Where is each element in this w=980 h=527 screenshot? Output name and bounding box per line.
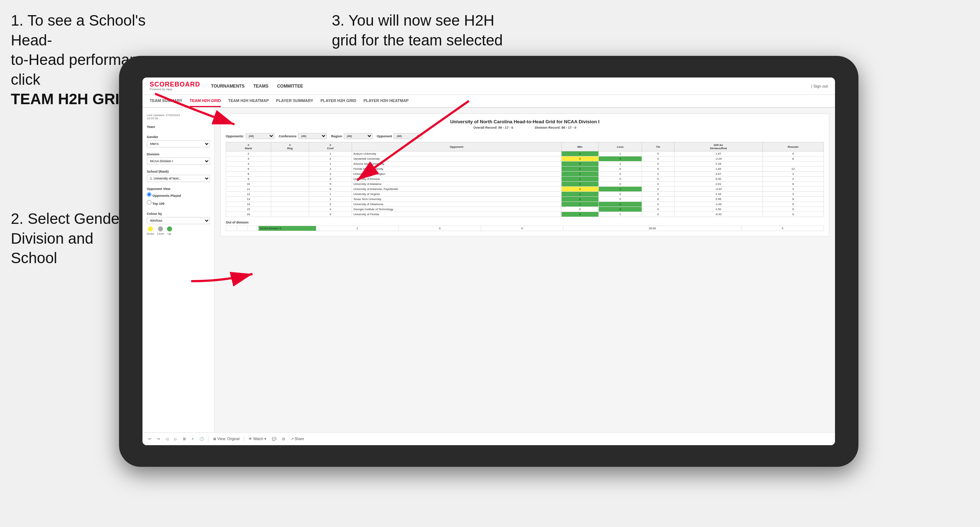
nav-committee[interactable]: COMMITTEE: [277, 84, 303, 89]
cell-opponent: Florida State University: [352, 167, 561, 171]
cell-opponent: Auburn University: [352, 151, 561, 156]
filter-opponents: Opponents: (All): [226, 133, 275, 139]
out-div-tie: 0: [481, 226, 563, 231]
division-label: Division: [147, 152, 210, 156]
cell-rounds: 8: [762, 156, 824, 162]
logo: SCOREBOARD Powered by clippi: [150, 81, 200, 91]
region-select[interactable]: (All): [344, 133, 372, 139]
comment-btn[interactable]: 💬: [270, 436, 278, 441]
cell-opponent: University of Virginia: [352, 192, 561, 197]
cell-tie: 0: [642, 202, 674, 207]
filter-region: Region (All): [331, 133, 372, 139]
cell-loss: 0: [598, 177, 642, 182]
nav-items: TOURNAMENTS TEAMS COMMITTEE: [211, 84, 800, 89]
redo-btn[interactable]: ↪: [156, 436, 161, 441]
cell-rounds: 3: [762, 192, 824, 197]
out-of-division-table: NCAA Division II 1 0 0 26.00 3: [226, 225, 824, 231]
cell-rounds: 9: [762, 202, 824, 207]
cell-tie: 0: [642, 171, 674, 177]
ann1-line1: 1. To see a School's Head-: [11, 12, 146, 49]
grid-records: Overall Record: 89 - 17 - 0 Division Rec…: [226, 126, 824, 129]
cell-rank: 3: [226, 156, 271, 162]
radio-top-100[interactable]: Top 100: [147, 200, 210, 205]
clock-btn[interactable]: 🕐: [198, 436, 205, 441]
main-content: Last Updated: 27/03/2024 16:55:38 Team G…: [143, 108, 835, 432]
sep1: [208, 436, 208, 442]
col-win: Win: [561, 142, 598, 151]
nav-tournaments[interactable]: TOURNAMENTS: [211, 84, 245, 89]
cell-rank: 6: [226, 167, 271, 171]
ann2-line2: Division and: [11, 230, 94, 247]
cell-win: 3: [561, 212, 598, 217]
undo-btn[interactable]: ↩: [147, 436, 153, 441]
colour-by-select[interactable]: Win/loss: [147, 217, 210, 224]
table-row: 3 2 Vanderbilt University 0 4 0 -2.29 8: [226, 156, 824, 162]
cell-diff: -2.29: [674, 156, 762, 162]
view-label[interactable]: 🖥 View: Original: [212, 436, 241, 441]
radio-opponents-played[interactable]: Opponents Played: [147, 192, 210, 198]
add-btn[interactable]: +: [190, 436, 195, 441]
cell-rounds: 3: [762, 171, 824, 177]
cell-conf: 2: [309, 202, 352, 207]
sep2: [244, 436, 244, 442]
cell-tie: 0: [642, 151, 674, 156]
table-row: 10 5 University of Alabama 3 0 0 2.61 8: [226, 182, 824, 187]
cell-reg: [271, 212, 309, 217]
nav-teams[interactable]: TEAMS: [253, 84, 268, 89]
nav-fwd[interactable]: ▷: [173, 436, 178, 441]
division-select[interactable]: NCAA Division I: [147, 157, 210, 165]
cell-tie: 0: [642, 177, 674, 182]
subnav-player-h2h-heatmap[interactable]: PLAYER H2H HEATMAP: [364, 95, 409, 107]
watch-btn[interactable]: 👁 Watch ▾: [247, 436, 267, 441]
cell-conf: 2: [309, 171, 352, 177]
cell-rank: 13: [226, 197, 271, 202]
subnav-team-summary[interactable]: TEAM SUMMARY: [150, 95, 183, 107]
cell-rounds: 9: [762, 197, 824, 202]
cell-win: 2: [561, 167, 598, 171]
cell-opponent: Georgia Institute of Technology: [352, 207, 561, 212]
cell-conf: 3: [309, 177, 352, 182]
filter-conference: Conference (All): [279, 133, 327, 139]
school-select[interactable]: 1. University of Nort...: [147, 175, 210, 182]
cell-tie: 0: [642, 192, 674, 197]
gender-select[interactable]: Men's: [147, 140, 210, 148]
conference-select[interactable]: (All): [298, 133, 327, 139]
cell-loss: 1: [598, 162, 642, 167]
grid-title: University of North Carolina Head-to-Hea…: [226, 119, 824, 124]
cell-win: 5: [561, 162, 598, 167]
subnav-player-summary[interactable]: PLAYER SUMMARY: [276, 95, 313, 107]
out-of-division-row: NCAA Division II 1 0 0 26.00 3: [226, 226, 824, 231]
share-btn[interactable]: ↗ Share: [289, 436, 305, 441]
ann3-line2: grid for the team selected: [332, 32, 503, 49]
cell-reg: [271, 151, 309, 156]
table-row: 8 2 University of Washington 1 0 0 3.67 …: [226, 171, 824, 177]
nav-back[interactable]: ◁: [164, 436, 170, 441]
filter-opponent: Opponent (All): [377, 133, 423, 139]
col-rank: #Rank: [226, 142, 271, 151]
cell-loss: 5: [598, 207, 642, 212]
cell-reg: [271, 167, 309, 171]
cell-win: 0: [561, 187, 598, 192]
table-row: 16 3 University of Florida 3 1 0 -6.42 9: [226, 212, 824, 217]
h2h-table: #Rank #Reg #Conf Opponent Win Loss Tie D…: [226, 142, 824, 217]
nav-sign-out[interactable]: | Sign out: [811, 84, 828, 88]
grid-area: University of North Carolina Head-to-Hea…: [215, 108, 835, 432]
out-div-win: 1: [316, 226, 399, 231]
down-label: Down: [147, 232, 154, 235]
last-updated: Last Updated: 27/03/2024 16:55:38: [147, 114, 210, 120]
cell-rank: 9: [226, 177, 271, 182]
subnav-team-h2h-heatmap[interactable]: TEAM H2H HEATMAP: [228, 95, 269, 107]
subnav-player-h2h-grid[interactable]: PLAYER H2H GRID: [320, 95, 356, 107]
cell-loss: 2: [598, 202, 642, 207]
division-record: Division Record: 88 - 17 - 0: [535, 126, 576, 129]
subnav-team-h2h-grid[interactable]: TEAM H2H GRID: [190, 95, 221, 107]
cell-tie: 0: [642, 162, 674, 167]
opponent-select[interactable]: (All): [393, 133, 422, 139]
radio-group: Opponents Played Top 100: [147, 192, 210, 207]
cell-opponent: University of Washington: [352, 171, 561, 177]
table-row: 12 1 University of Virginia 1 0 0 2.33 3: [226, 192, 824, 197]
opponents-select[interactable]: (All): [246, 133, 275, 139]
layout-btn[interactable]: ⊟: [281, 436, 286, 441]
school-label: School (Rank): [147, 170, 210, 173]
crop-btn[interactable]: ⊞: [181, 436, 187, 441]
